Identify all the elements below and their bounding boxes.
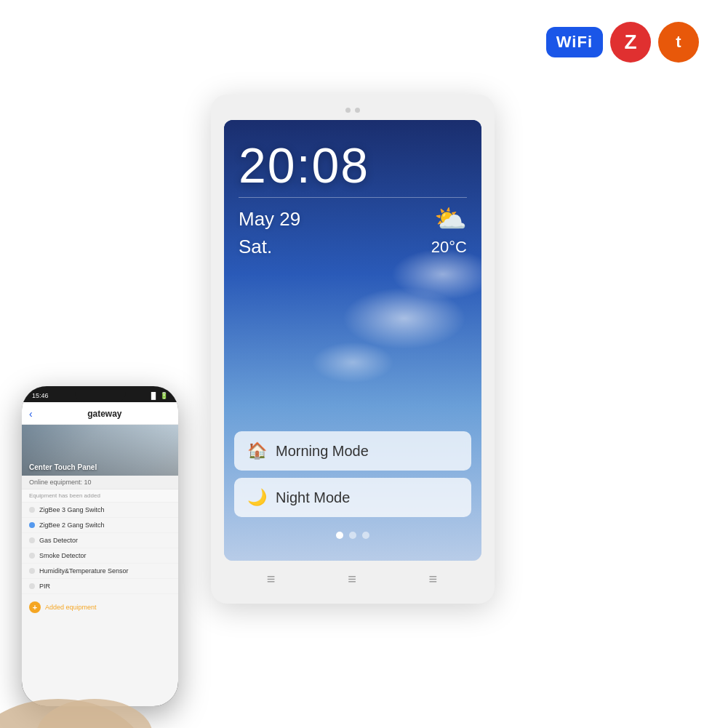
camera-dots <box>345 108 360 113</box>
morning-mode-button[interactable]: 🏠 Morning Mode <box>234 431 471 471</box>
morning-mode-icon: 🏠 <box>247 441 267 460</box>
badge-area: WiFi Z t <box>546 22 699 63</box>
device-name: ZigBee 3 Gang Switch <box>39 506 105 513</box>
camera-dot-2 <box>355 108 360 113</box>
camera-dot-1 <box>345 108 351 113</box>
night-mode-icon: 🌙 <box>247 488 267 507</box>
list-item[interactable]: ZigBee 2 Gang Switch <box>22 518 178 533</box>
wifi-badge: WiFi <box>546 27 603 57</box>
list-item[interactable]: Humidity&Temperature Sensor <box>22 564 178 579</box>
device-name: Gas Detector <box>39 537 78 544</box>
panel-screen[interactable]: 20:08 May 29 ⛅ Sat. 20°C 🏠 Morning Mode … <box>224 120 481 561</box>
list-item[interactable]: Gas Detector <box>22 533 178 548</box>
tuya-text: t <box>676 33 681 52</box>
device-status-dot <box>29 522 35 528</box>
clock-divider <box>239 197 467 198</box>
phone-room-label: Center Touch Panel <box>29 463 97 471</box>
list-item[interactable]: ZigBee 3 Gang Switch <box>22 503 178 518</box>
device-name: Humidity&Temperature Sensor <box>39 567 129 575</box>
night-mode-label: Night Mode <box>276 489 350 506</box>
device-status-dot <box>29 583 35 589</box>
wifi-text: WiFi <box>556 33 593 51</box>
clock-display: 20:08 May 29 ⛅ Sat. 20°C <box>239 140 467 258</box>
night-mode-button[interactable]: 🌙 Night Mode <box>234 478 471 517</box>
phone-room-image: Center Touch Panel <box>22 425 178 476</box>
page-indicators <box>224 532 481 539</box>
add-label: Added equipment <box>45 604 97 611</box>
add-equipment-button[interactable]: + Added equipment <box>22 596 178 619</box>
zigbee-text: Z <box>624 31 636 54</box>
phone-status-time: 15:46 <box>32 392 49 399</box>
device-status-dot <box>29 553 35 559</box>
page-dot-1 <box>336 532 343 539</box>
list-item[interactable]: Smoke Detector <box>22 548 178 564</box>
clock-day-row: Sat. 20°C <box>239 236 467 258</box>
bottom-bar-icon-right[interactable]: ≡ <box>428 571 439 588</box>
device-status-dot <box>29 537 35 543</box>
weather-icon: ⛅ <box>434 204 467 234</box>
phone-online-text: Online equipment: 10 <box>29 479 92 486</box>
page-dot-3 <box>362 532 369 539</box>
phone-section-text: Equipment has been added <box>29 492 100 499</box>
device-name: ZigBee 2 Gang Switch <box>39 521 105 529</box>
phone-section-label: Equipment has been added <box>22 489 178 503</box>
bottom-bar-icon-center[interactable]: ≡ <box>348 571 358 588</box>
panel-bottom-bar: ≡ ≡ ≡ <box>224 561 481 588</box>
morning-mode-label: Morning Mode <box>276 443 369 460</box>
clock-date-row: May 29 ⛅ <box>239 204 467 234</box>
page-dot-2 <box>349 532 356 539</box>
add-icon: + <box>29 601 41 613</box>
phone-header: ‹ gateway <box>22 402 178 425</box>
phone-screen: 15:46 ▐▌ 🔋 ‹ gateway Center Touch Panel … <box>22 386 178 706</box>
bottom-bar-icon-left[interactable]: ≡ <box>267 571 277 588</box>
device-status-dot <box>29 507 35 513</box>
tuya-badge: t <box>658 22 699 63</box>
smart-panel-device: 20:08 May 29 ⛅ Sat. 20°C 🏠 Morning Mode … <box>211 95 495 604</box>
list-item[interactable]: PIR <box>22 579 178 594</box>
phone-online-badge: Online equipment: 10 <box>22 476 178 489</box>
device-status-dot <box>29 568 35 574</box>
phone-status-icons: ▐▌ 🔋 <box>149 392 168 399</box>
mode-buttons: 🏠 Morning Mode 🌙 Night Mode <box>234 431 471 517</box>
phone-device: 15:46 ▐▌ 🔋 ‹ gateway Center Touch Panel … <box>22 386 178 706</box>
phone-header-title: gateway <box>39 409 171 419</box>
phone-notch <box>75 386 126 402</box>
clock-time: 20:08 <box>239 140 467 190</box>
clock-date: May 29 <box>239 208 300 231</box>
device-name: Smoke Detector <box>39 552 87 559</box>
clock-day: Sat. <box>239 236 272 258</box>
device-name: PIR <box>39 583 50 590</box>
zigbee-badge: Z <box>610 22 651 63</box>
phone-back-button[interactable]: ‹ <box>29 408 33 420</box>
clock-temperature: 20°C <box>431 238 467 257</box>
